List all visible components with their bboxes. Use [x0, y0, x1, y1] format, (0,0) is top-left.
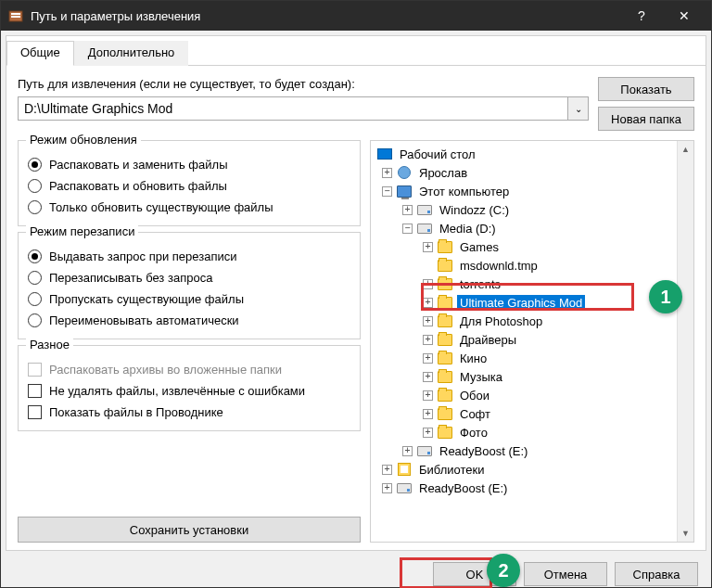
drive-icon [397, 483, 412, 493]
show-button[interactable]: Показать [598, 77, 694, 101]
client-area: Общие Дополнительно Путь для извлечения … [6, 35, 706, 551]
checkbox-icon [28, 384, 42, 398]
tree-node-libraries[interactable]: +Библиотеки [373, 460, 675, 479]
folder-icon [438, 260, 452, 272]
tree-node-drive-e[interactable]: +ReadyBoost (E:) [373, 479, 675, 497]
radio-extract-replace[interactable]: Распаковать и заменить файлы [28, 154, 350, 175]
dialog-window: Путь и параметры извлечения ? ✕ Общие До… [0, 0, 712, 588]
radio-icon [28, 200, 42, 214]
path-dropdown-button[interactable]: ⌄ [568, 96, 589, 121]
radio-skip[interactable]: Пропускать существующие файлы [28, 288, 350, 310]
cancel-button[interactable]: Отмена [524, 562, 607, 586]
tree-node-drive-d[interactable]: −Media (D:) [373, 219, 675, 237]
tab-general[interactable]: Общие [6, 41, 74, 66]
group-title: Режим перезаписи [26, 224, 138, 238]
user-icon [398, 166, 411, 179]
annotation-callout-2: 2 [487, 554, 520, 587]
folder-icon [438, 334, 452, 346]
tree-node-folder[interactable]: +Games [373, 237, 675, 256]
group-update-mode: Режим обновления Распаковать и заменить … [18, 140, 361, 226]
check-show-explorer[interactable]: Показать файлы в Проводнике [28, 402, 350, 423]
desktop-icon [377, 148, 392, 160]
tree-node-desktop[interactable]: Рабочий стол [373, 145, 675, 163]
path-input[interactable] [18, 96, 568, 121]
tree-node-user[interactable]: +Ярослав [373, 163, 675, 182]
check-keep-broken[interactable]: Не удалять файлы, извлечённые с ошибками [28, 380, 350, 402]
app-icon [8, 8, 23, 23]
help-button[interactable]: ? [620, 1, 663, 31]
check-nested: Распаковать архивы во вложенные папки [28, 359, 350, 380]
drive-icon [417, 224, 432, 234]
drive-icon [417, 205, 432, 215]
tree-node-folder[interactable]: +Обои [373, 386, 675, 404]
folder-icon [438, 352, 452, 364]
tree-node-folder[interactable]: +Для Photoshop [373, 312, 675, 330]
folder-tree[interactable]: Рабочий стол +Ярослав −Этот компьютер +W… [370, 140, 694, 543]
tree-scrollbar[interactable]: ▲ ▼ [677, 141, 693, 542]
scroll-up-icon[interactable]: ▲ [678, 141, 693, 158]
new-folder-button[interactable]: Новая папка [598, 107, 694, 131]
drive-icon [417, 446, 432, 456]
radio-icon [28, 249, 42, 263]
folder-icon [438, 408, 452, 420]
tree-node-thispc[interactable]: −Этот компьютер [373, 182, 675, 200]
radio-icon [28, 179, 42, 193]
tree-node-folder[interactable]: +Музыка [373, 367, 675, 386]
titlebar: Путь и параметры извлечения ? ✕ [1, 1, 711, 31]
computer-icon [397, 185, 412, 198]
folder-icon [438, 390, 452, 402]
path-label: Путь для извлечения (если не существует,… [18, 77, 589, 91]
tree-node-folder[interactable]: +torrents [373, 275, 675, 293]
close-button[interactable]: ✕ [663, 1, 706, 31]
radio-overwrite[interactable]: Перезаписывать без запроса [28, 267, 350, 288]
checkbox-icon [28, 405, 42, 419]
dialog-footer: OK 2 Отмена Справка [1, 556, 711, 588]
folder-icon [438, 241, 452, 253]
svg-rect-2 [11, 16, 20, 18]
group-title: Разное [26, 338, 73, 352]
tree-node-drive-c[interactable]: +Windozz (C:) [373, 200, 675, 219]
folder-icon [438, 297, 452, 309]
group-overwrite-mode: Режим перезаписи Выдавать запрос при пер… [18, 232, 361, 339]
tree-node-folder[interactable]: +Драйверы [373, 330, 675, 349]
folder-icon [438, 315, 452, 327]
save-settings-button[interactable]: Сохранить установки [18, 517, 361, 543]
radio-extract-update[interactable]: Распаковать и обновить файлы [28, 175, 350, 197]
folder-icon [438, 427, 452, 439]
group-misc: Разное Распаковать архивы во вложенные п… [18, 345, 361, 431]
scroll-down-icon[interactable]: ▼ [678, 525, 693, 542]
dialog-body: Путь для извлечения (если не существует,… [6, 66, 706, 550]
radio-icon [28, 292, 42, 306]
libraries-icon [398, 463, 411, 476]
radio-ask[interactable]: Выдавать запрос при перезаписи [28, 246, 350, 267]
folder-icon [438, 371, 452, 383]
radio-icon [28, 158, 42, 172]
radio-update-only[interactable]: Только обновить существующие файлы [28, 197, 350, 218]
tree-node-selected[interactable]: +Ultimate Graphics Mod [373, 293, 675, 312]
tree-node-folder[interactable]: msdownld.tmp [373, 256, 675, 275]
help-button[interactable]: Справка [615, 562, 698, 586]
window-title: Путь и параметры извлечения [31, 9, 620, 23]
annotation-callout-1: 1 [649, 280, 682, 313]
folder-icon [438, 278, 452, 290]
tree-node-drive-e[interactable]: +ReadyBoost (E:) [373, 441, 675, 460]
tab-advanced[interactable]: Дополнительно [74, 41, 189, 66]
checkbox-icon [28, 363, 42, 377]
radio-icon [28, 313, 42, 327]
tab-strip: Общие Дополнительно [6, 40, 706, 66]
svg-rect-1 [11, 13, 20, 15]
radio-rename[interactable]: Переименовывать автоматически [28, 310, 350, 331]
tree-node-folder[interactable]: +Кино [373, 349, 675, 367]
radio-icon [28, 271, 42, 285]
tree-node-folder[interactable]: +Софт [373, 404, 675, 423]
group-title: Режим обновления [26, 133, 141, 147]
tree-node-folder[interactable]: +Фото [373, 423, 675, 441]
